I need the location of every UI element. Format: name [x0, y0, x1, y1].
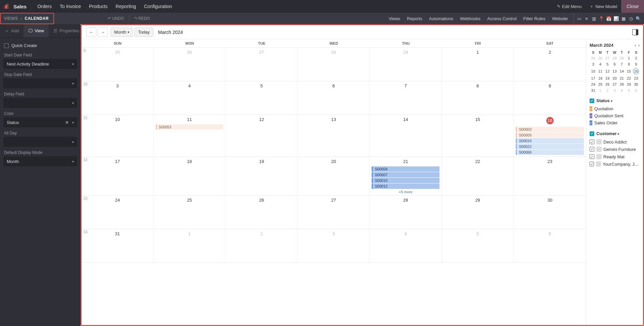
tab-add[interactable]: ＋Add: [0, 24, 24, 37]
clear-icon[interactable]: ✕: [65, 120, 69, 125]
side-panel-toggle[interactable]: [632, 29, 638, 35]
allday-select[interactable]: ▾: [3, 137, 77, 147]
kanban-view-icon[interactable]: ▥: [590, 13, 598, 24]
calendar-event[interactable]: S00016: [516, 138, 584, 144]
day-cell[interactable]: 13: [298, 115, 370, 157]
day-cell[interactable]: 27: [226, 48, 298, 81]
mini-day[interactable]: 9: [633, 61, 640, 67]
mini-day[interactable]: 28: [618, 81, 625, 87]
day-cell[interactable]: 5: [442, 229, 514, 262]
mini-day[interactable]: 22: [625, 75, 632, 81]
day-cell[interactable]: 25: [154, 196, 226, 229]
day-cell[interactable]: 12: [226, 115, 298, 157]
customer-filter-item[interactable]: Ready Mat: [590, 153, 640, 160]
next-button[interactable]: →: [98, 28, 108, 37]
navlink-filter-rules[interactable]: Filter Rules: [520, 16, 549, 21]
mini-day[interactable]: 20: [611, 75, 618, 81]
close-button[interactable]: Close: [621, 0, 644, 13]
navlink-website[interactable]: Website: [549, 16, 571, 21]
form-view-icon[interactable]: ▭: [576, 13, 583, 24]
status-filter-item[interactable]: ✓Quotation: [590, 105, 640, 112]
day-cell[interactable]: 3: [298, 229, 370, 262]
mini-day[interactable]: 8: [625, 61, 632, 67]
mini-day[interactable]: 27: [604, 55, 611, 61]
calendar-event[interactable]: S00007: [372, 172, 440, 177]
mini-day[interactable]: 19: [604, 75, 611, 81]
new-model-button[interactable]: ＋New Model: [586, 0, 621, 13]
mini-day[interactable]: 7: [618, 61, 625, 67]
navlink-webhooks[interactable]: Webhooks: [457, 16, 484, 21]
crumb-root[interactable]: VIEWS: [4, 16, 18, 21]
day-cell[interactable]: 31: [82, 229, 154, 262]
day-cell[interactable]: 9: [514, 81, 586, 115]
day-cell[interactable]: 28: [298, 48, 370, 81]
mini-day[interactable]: 2: [604, 87, 611, 93]
mini-day[interactable]: 16: [633, 67, 640, 75]
day-cell[interactable]: 7: [370, 81, 442, 115]
mini-day[interactable]: 6: [633, 87, 640, 93]
day-cell[interactable]: 28: [370, 196, 442, 229]
menu-to-invoice[interactable]: To Invoice: [56, 4, 85, 9]
mini-day[interactable]: 6: [611, 61, 618, 67]
day-cell[interactable]: 14: [370, 115, 442, 157]
calendar-view-icon[interactable]: 📅: [605, 13, 612, 24]
list-view-icon[interactable]: ≡: [583, 13, 590, 24]
calendar-event[interactable]: S00010: [372, 178, 440, 183]
mini-day[interactable]: 24: [590, 81, 597, 87]
calendar-event[interactable]: S00005: [516, 132, 584, 138]
calendar-event[interactable]: S00053: [156, 124, 224, 130]
mini-next-button[interactable]: ›: [638, 43, 640, 48]
mini-day[interactable]: 11: [597, 67, 604, 75]
mini-day[interactable]: 29: [618, 55, 625, 61]
calendar-event[interactable]: S00003: [516, 127, 584, 132]
start-date-select[interactable]: Next Activity Deadline▾: [3, 59, 77, 69]
search-view-icon[interactable]: 🔍: [635, 13, 642, 24]
mini-day[interactable]: 1: [625, 55, 632, 61]
day-cell[interactable]: 6: [514, 229, 586, 262]
mini-day[interactable]: 3: [611, 87, 618, 93]
mini-prev-button[interactable]: ‹: [635, 43, 636, 48]
mini-day[interactable]: 10: [590, 67, 597, 75]
undo-button[interactable]: ↶ UNDO: [104, 16, 128, 21]
mini-day[interactable]: 18: [597, 75, 604, 81]
pivot-view-icon[interactable]: ▦: [620, 13, 627, 24]
mini-day[interactable]: 4: [597, 61, 604, 67]
mini-day[interactable]: 5: [625, 87, 632, 93]
mini-day[interactable]: 3: [590, 61, 597, 67]
calendar-event[interactable]: S00066: [516, 150, 584, 155]
customer-filter-item[interactable]: Gemini Furniture: [590, 146, 640, 153]
redo-button[interactable]: ↷ REDO: [131, 16, 153, 21]
navlink-views[interactable]: Views: [385, 16, 404, 21]
day-cell[interactable]: 29: [442, 196, 514, 229]
mini-day[interactable]: 21: [618, 75, 625, 81]
day-cell[interactable]: 29: [370, 48, 442, 81]
mini-day[interactable]: 1: [597, 87, 604, 93]
quick-create-checkbox[interactable]: Quick Create: [4, 43, 77, 48]
day-cell[interactable]: 2: [514, 48, 586, 81]
mini-day[interactable]: 23: [633, 75, 640, 81]
status-filter-item[interactable]: ✓Quotation Sent: [590, 112, 640, 119]
more-events-link[interactable]: +5 more: [372, 189, 440, 194]
mini-day[interactable]: 4: [618, 87, 625, 93]
mini-day[interactable]: 28: [611, 55, 618, 61]
mini-day[interactable]: 5: [604, 61, 611, 67]
mini-day[interactable]: 13: [611, 67, 618, 75]
calendar-event[interactable]: S00012: [372, 184, 440, 189]
activity-view-icon[interactable]: ◷: [627, 13, 635, 24]
day-cell[interactable]: 26: [154, 48, 226, 81]
map-view-icon[interactable]: 📍: [598, 13, 605, 24]
day-cell[interactable]: 20: [298, 157, 370, 195]
day-cell[interactable]: 27: [298, 196, 370, 229]
status-filter-header[interactable]: ✓ Status: [590, 98, 640, 103]
mini-day[interactable]: 17: [590, 75, 597, 81]
day-cell[interactable]: 5: [226, 81, 298, 115]
day-cell[interactable]: 22: [442, 157, 514, 195]
customer-filter-item[interactable]: YourCompany, Joe...: [590, 160, 640, 168]
day-cell[interactable]: 2: [226, 229, 298, 262]
day-cell[interactable]: 11S00053: [154, 115, 226, 157]
day-cell[interactable]: 30: [514, 196, 586, 229]
mini-day[interactable]: 2: [633, 55, 640, 61]
day-cell[interactable]: 21S00004S00007S00010S00012+5 more: [370, 157, 442, 195]
day-cell[interactable]: 16S00003S00005S00016S00022S00066: [514, 115, 586, 157]
customer-filter-item[interactable]: Deco Addict: [590, 138, 640, 146]
